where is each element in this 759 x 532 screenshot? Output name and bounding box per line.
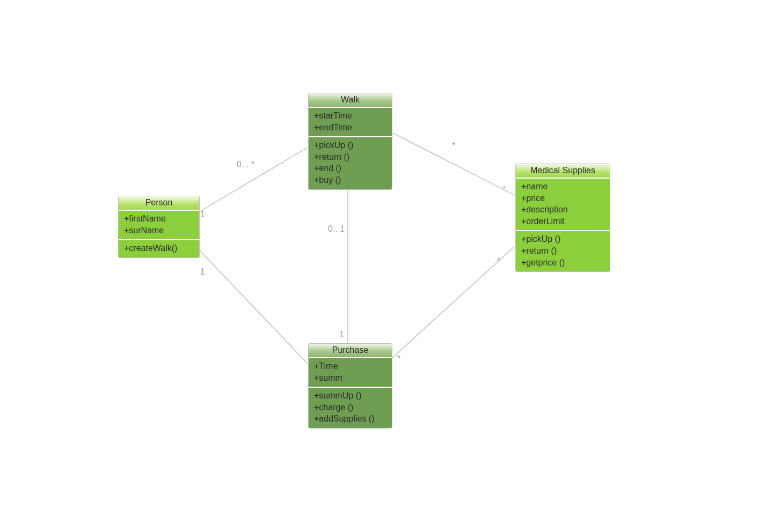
attr: +starTime (314, 110, 386, 122)
label-purchase-med-left: * (397, 354, 400, 364)
association-lines (0, 0, 759, 532)
class-person-methods: +createWalk() (119, 239, 199, 257)
attr: +name (521, 181, 604, 193)
label-person-walk-n: 0. . * (237, 160, 254, 169)
class-person-attributes: +firstName +surName (119, 211, 199, 239)
svg-line-0 (199, 147, 308, 212)
method: +return () (314, 151, 386, 163)
method: +createWalk() (124, 242, 194, 254)
attr: +summ (314, 372, 386, 384)
class-walk-title: Walk (309, 93, 392, 108)
method: +charge () (314, 402, 386, 413)
diagram-canvas: Person +firstName +surName +createWalk()… (0, 0, 759, 532)
label-person-purchase-1: 1 (200, 267, 205, 277)
attr: +orderLimit (521, 216, 604, 227)
class-medical-supplies-attributes: +name +price +description +orderLimit (516, 179, 610, 230)
label-walk-purchase-bottom: 1 (339, 330, 344, 339)
attr: +endTime (314, 122, 386, 134)
class-walk[interactable]: Walk +starTime +endTime +pickUp () +retu… (308, 93, 392, 190)
method: +summUp () (314, 390, 386, 402)
class-medical-supplies-methods: +pickUp () +return () +getprice () (516, 230, 610, 271)
label-walk-med-right: * (502, 184, 506, 194)
method: +return () (521, 245, 604, 257)
method: +pickUp () (521, 233, 604, 245)
class-purchase-title: Purchase (309, 344, 392, 358)
svg-line-1 (199, 250, 308, 364)
class-person-title: Person (119, 196, 199, 211)
method: +pickUp () (314, 139, 386, 151)
attr: +price (521, 193, 604, 204)
svg-line-4 (392, 247, 514, 358)
label-walk-purchase-top: 0.. 1 (328, 224, 345, 234)
method: +end () (314, 162, 386, 174)
class-purchase-methods: +summUp () +charge () +addSupplies () (309, 387, 392, 428)
method: +buy () (314, 174, 386, 186)
class-purchase[interactable]: Purchase +Time +summ +summUp () +charge … (308, 343, 392, 428)
class-walk-methods: +pickUp () +return () +end () +buy () (309, 136, 392, 189)
attr: +Time (314, 360, 386, 372)
label-person-walk-1: 1 (200, 210, 205, 219)
class-medical-supplies-title: Medical Supplies (516, 164, 610, 179)
label-purchase-med-right: * (497, 256, 500, 266)
class-walk-attributes: +starTime +endTime (309, 108, 392, 136)
attr: +surName (124, 225, 194, 237)
label-walk-med-left: * (452, 141, 455, 151)
attr: +description (521, 204, 604, 216)
class-purchase-attributes: +Time +summ (309, 358, 392, 387)
class-person[interactable]: Person +firstName +surName +createWalk() (118, 196, 200, 258)
method: +getprice () (521, 257, 604, 269)
method: +addSupplies () (314, 413, 386, 425)
class-medical-supplies[interactable]: Medical Supplies +name +price +descripti… (515, 164, 610, 272)
attr: +firstName (124, 213, 194, 225)
